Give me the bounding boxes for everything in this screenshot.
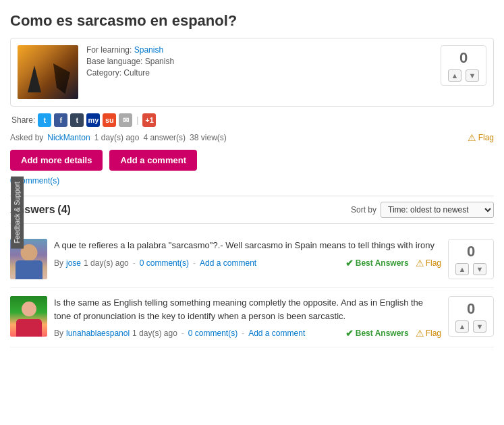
share-tumblr-icon[interactable]: t [70, 113, 84, 127]
share-googleplus-icon[interactable]: +1 [142, 113, 156, 127]
best-answers-badge-2: ✔ Best Answers [345, 328, 409, 339]
for-learning-label: For learning: [86, 45, 132, 55]
sort-by-label: Sort by [351, 205, 376, 215]
avatar-image-2 [10, 296, 47, 337]
add-more-details-button[interactable]: Add more details [10, 150, 103, 171]
answer-upvote-button-2[interactable]: ▲ [455, 320, 469, 333]
views-count: 38 view(s) [190, 133, 227, 142]
share-facebook-icon[interactable]: f [54, 113, 67, 127]
checkmark-icon-2: ✔ [345, 328, 354, 339]
answer-downvote-button-2[interactable]: ▼ [473, 320, 486, 333]
share-divider: | [136, 115, 138, 125]
asked-ago: 1 day(s) ago [94, 133, 140, 142]
sort-by-area: Sort by Time: oldest to newest Time: new… [351, 202, 494, 218]
answer-flag-button-2[interactable]: ⚠ Flag [416, 328, 441, 339]
best-answers-label-2: Best Answers [356, 329, 409, 338]
answer-vote-arrows-1: ▲ ▼ [455, 263, 486, 275]
answer-by-label-1: By [54, 258, 63, 268]
answer-vote-box-2: 0 ▲ ▼ [448, 296, 494, 337]
answer-vote-arrows-2: ▲ ▼ [455, 320, 486, 333]
answer-author-link-1[interactable]: jose [66, 258, 81, 268]
comment-count-link[interactable]: 0 comment(s) [10, 176, 494, 186]
best-answers-label-1: Best Answers [356, 258, 409, 268]
answer-flag-label-2: Flag [426, 329, 441, 338]
question-downvote-button[interactable]: ▼ [466, 69, 479, 82]
answer-author-link-2[interactable]: lunahablaespanol [66, 329, 130, 338]
question-vote-count: 0 [459, 49, 468, 67]
answer-flag-label-1: Flag [426, 258, 441, 268]
asked-by-link[interactable]: NickManton [47, 133, 90, 142]
question-vote-arrows: ▲ ▼ [448, 69, 479, 82]
answer-footer-1: By jose 1 day(s) ago - 0 comment(s) - Ad… [54, 258, 441, 268]
base-language-row: Base language: Spanish [86, 57, 441, 66]
sort-select[interactable]: Time: oldest to newest Time: newest to o… [381, 202, 494, 218]
answer-block-1: A que te refieres a la palabra "sarcasmo… [10, 231, 494, 288]
action-buttons: Add more details Add a comment [10, 150, 494, 171]
answer-content-2: Is the same as English telling something… [54, 296, 441, 339]
answer-text-2: Is the same as English telling something… [54, 296, 441, 322]
question-meta-block: For learning: Spanish Base language: Spa… [10, 38, 494, 107]
share-myspace-icon[interactable]: my [86, 113, 100, 127]
question-flag-button[interactable]: ⚠ Flag [468, 132, 494, 143]
share-label: Share: [11, 115, 35, 125]
answer-block-2: Is the same as English telling something… [10, 288, 494, 347]
answer-add-comment-link-2[interactable]: Add a comment [248, 329, 305, 338]
asked-text: Asked by [10, 133, 43, 142]
question-image [18, 45, 78, 99]
answer-vote-count-1: 0 [467, 243, 475, 260]
answer-vote-box-1: 0 ▲ ▼ [448, 239, 494, 279]
separator-2: - [193, 258, 196, 268]
add-comment-button[interactable]: Add a comment [109, 150, 197, 171]
answer-ago-1: 1 day(s) ago [84, 258, 129, 268]
question-title: Como es sarcasmo en espanol? [10, 12, 494, 30]
for-learning-link[interactable]: Spanish [134, 45, 163, 55]
answer-by-label-2: By [54, 329, 63, 338]
answer-add-comment-link-1[interactable]: Add a comment [200, 258, 256, 268]
answers-count-badge: (4) [57, 204, 71, 215]
answer-upvote-button-1[interactable]: ▲ [455, 263, 469, 275]
checkmark-icon-1: ✔ [345, 258, 354, 268]
answer-flag-icon-2: ⚠ [416, 328, 424, 339]
share-email-icon[interactable]: ✉ [119, 113, 132, 127]
answer-footer-2: By lunahablaespanol 1 day(s) ago - 0 com… [54, 328, 441, 339]
question-info: For learning: Spanish Base language: Spa… [86, 45, 441, 80]
question-flag-label: Flag [478, 133, 494, 142]
answer-comments-link-2[interactable]: 0 comment(s) [188, 329, 237, 338]
feedback-tab[interactable]: Feedback & Support [11, 176, 24, 248]
best-answers-badge-1: ✔ Best Answers [345, 258, 409, 268]
share-row: Share: t f t my su ✉ | +1 [10, 113, 494, 127]
answers-count: 4 answer(s) [143, 133, 186, 142]
answer-flag-button-1[interactable]: ⚠ Flag [416, 258, 441, 268]
question-flag-icon: ⚠ [468, 132, 476, 143]
separator-3: - [181, 329, 184, 338]
share-stumble-icon[interactable]: su [103, 113, 116, 127]
answer-ago-2: 1 day(s) ago [132, 329, 177, 338]
share-twitter-icon[interactable]: t [38, 113, 51, 127]
separator-4: - [242, 329, 244, 338]
answer-flag-icon-1: ⚠ [416, 258, 424, 268]
answer-comments-link-1[interactable]: 0 comment(s) [140, 258, 189, 268]
category-row: Category: Culture [86, 68, 441, 78]
answers-header: Answers (4) Sort by Time: oldest to newe… [10, 196, 494, 224]
question-vote-box: 0 ▲ ▼ [441, 45, 486, 86]
separator-1: - [133, 258, 136, 268]
answer-vote-count-2: 0 [467, 300, 475, 318]
answer-avatar-2 [10, 296, 47, 337]
question-upvote-button[interactable]: ▲ [448, 69, 461, 82]
answer-text-1: A que te refieres a la palabra "sarcasmo… [54, 239, 441, 252]
answer-content-1: A que te refieres a la palabra "sarcasmo… [54, 239, 441, 268]
for-learning-row: For learning: Spanish [86, 45, 441, 55]
answer-downvote-button-1[interactable]: ▼ [473, 263, 486, 275]
asked-row: Asked by NickManton 1 day(s) ago 4 answe… [10, 132, 494, 143]
